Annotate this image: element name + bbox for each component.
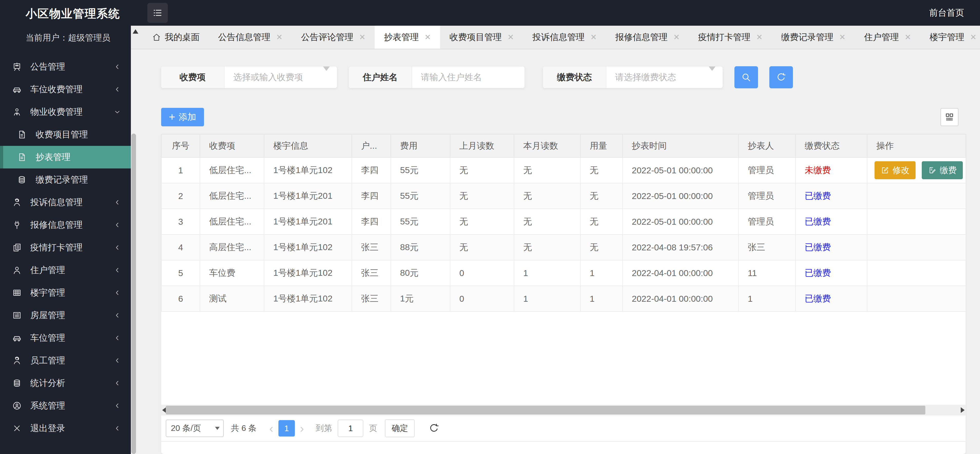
sidebar-item-车位管理[interactable]: 车位管理 [0,327,131,349]
tab-close-icon[interactable]: ✕ [359,33,366,41]
sidebar-item-公告管理[interactable]: 公告管理 [0,56,131,78]
edit-row-button[interactable]: 修改 [875,161,916,179]
tab-close-icon[interactable]: ✕ [590,33,597,41]
column-settings-button[interactable] [940,108,958,126]
columns-grid-icon [944,112,955,122]
sidebar-item-房屋管理[interactable]: 房屋管理 [0,304,131,327]
sidebar-item-报修信息管理[interactable]: 报修信息管理 [0,213,131,236]
horizontal-scrollbar[interactable] [161,405,966,416]
pay-row-button[interactable]: 缴费 [922,161,963,179]
copy-icon [12,243,22,252]
tab-我的桌面[interactable]: 我的桌面 [143,25,209,49]
sidebar-item-label: 投诉信息管理 [30,196,83,208]
sidebar-item-楼宇管理[interactable]: 楼宇管理 [0,282,131,304]
table-cell: 无 [514,183,581,209]
table-cell: 0 [450,260,514,286]
home-icon [152,33,161,42]
scroll-left-arrow-icon[interactable] [162,407,166,413]
tab-住户管理[interactable]: 住户管理✕ [855,25,920,49]
page-size-value: 20 条/页 [171,423,201,434]
prev-page-button[interactable]: ‹ [269,421,273,435]
tab-close-icon[interactable]: ✕ [276,33,283,41]
sidebar-item-住户管理[interactable]: 住户管理 [0,259,131,282]
sidebar-item-收费项目管理[interactable]: 收费项目管理 [0,123,131,146]
table-cell: 无 [450,234,514,260]
sidebar-item-label: 抄表管理 [36,151,70,163]
plus-icon: + [169,112,175,123]
table-cell: 无 [581,234,622,260]
table-cell: 低层住宅... [200,209,264,234]
table-cell: 张三 [352,234,391,260]
sidebar-item-车位收费管理[interactable]: 车位收费管理 [0,78,131,101]
tab-label: 我的桌面 [165,31,200,43]
chevron-left-icon [113,86,121,93]
tab-公告信息管理[interactable]: 公告信息管理✕ [209,25,292,49]
sidebar-toggle-button[interactable] [147,3,168,23]
sidebar-item-抄表管理[interactable]: 抄表管理 [0,146,131,169]
table-cell: 2022-05-01 00:00:00 [622,158,738,183]
table-refresh-button[interactable] [428,422,440,434]
add-button[interactable]: + 添加 [161,108,204,126]
sidebar-item-疫情打卡管理[interactable]: 疫情打卡管理 [0,236,131,259]
sidebar-item-物业收费管理[interactable]: 物业收费管理 [0,101,131,123]
table-cell: 1 [738,286,795,312]
refresh-button[interactable] [769,66,793,88]
tab-缴费记录管理[interactable]: 缴费记录管理✕ [772,25,855,49]
pay-status-placeholder: 请选择缴费状态 [606,67,676,88]
sidebar-item-label: 系统管理 [30,400,65,412]
person-tie-icon [12,107,22,117]
tab-label: 收费项目管理 [449,31,502,43]
sidebar-item-投诉信息管理[interactable]: 投诉信息管理 [0,191,131,213]
column-header: 费用 [391,134,450,158]
goto-page-input[interactable]: 1 [338,420,363,437]
tab-公告评论管理[interactable]: 公告评论管理✕ [292,25,375,49]
sidebar-scrollbar-thumb[interactable] [131,134,136,454]
current-page-button[interactable]: 1 [278,420,295,436]
tab-bar: 我的桌面公告信息管理✕公告评论管理✕抄表管理✕收费项目管理✕投诉信息管理✕报修信… [131,25,980,49]
tab-收费项目管理[interactable]: 收费项目管理✕ [440,25,523,49]
tab-投诉信息管理[interactable]: 投诉信息管理✕ [523,25,606,49]
user-circle-icon [12,401,22,411]
sidebar-item-统计分析[interactable]: 统计分析 [0,372,131,394]
front-home-link[interactable]: 前台首页 [929,7,964,19]
page-size-select[interactable]: 20 条/页 [166,420,224,437]
logout-x-icon [12,424,22,433]
table-cell: 低层住宅... [200,158,264,183]
content-area: 收费项 选择或输入收费项 住户姓名 请输入住户姓名 缴费状态 请选择缴费状态 [131,49,980,454]
actions-cell [867,183,966,209]
fee-item-select[interactable]: 收费项 选择或输入收费项 [161,67,337,88]
tab-close-icon[interactable]: ✕ [508,33,514,41]
scroll-up-arrow-icon[interactable] [133,29,138,33]
sidebar-item-员工管理[interactable]: 员工管理 [0,349,131,372]
sidebar-item-系统管理[interactable]: 系统管理 [0,394,131,417]
tab-close-icon[interactable]: ✕ [425,33,431,41]
pay-icon [928,166,937,175]
search-button[interactable] [734,66,758,88]
scroll-right-arrow-icon[interactable] [961,407,965,413]
resident-name-input[interactable]: 住户姓名 请输入住户姓名 [349,67,525,88]
next-page-button[interactable]: › [300,421,304,435]
horizontal-scrollbar-thumb[interactable] [166,406,925,414]
tab-楼宇管理[interactable]: 楼宇管理✕ [920,25,980,49]
tab-close-icon[interactable]: ✕ [756,33,763,41]
table-cell: 2022-04-01 00:00:00 [622,260,738,286]
tab-疫情打卡管理[interactable]: 疫情打卡管理✕ [689,25,772,49]
tab-close-icon[interactable]: ✕ [970,33,977,41]
sidebar-item-缴费记录管理[interactable]: 缴费记录管理 [0,169,131,191]
tab-close-icon[interactable]: ✕ [905,33,911,41]
table-cell: 李四 [352,183,391,209]
sidebar-item-label: 缴费记录管理 [36,174,88,186]
chevron-left-icon [113,334,121,342]
pay-status-select[interactable]: 缴费状态 请选择缴费状态 [543,67,722,88]
tab-close-icon[interactable]: ✕ [839,33,846,41]
tab-抄表管理[interactable]: 抄表管理✕ [375,25,440,49]
chevron-down-icon [113,108,121,116]
chevron-left-icon [113,244,121,252]
sidebar-item-退出登录[interactable]: 退出登录 [0,417,131,440]
tab-close-icon[interactable]: ✕ [673,33,680,41]
table-cell: 1号楼1单元201 [264,209,352,234]
tab-报修信息管理[interactable]: 报修信息管理✕ [606,25,689,49]
column-header: 操作 [867,134,966,158]
goto-confirm-button[interactable]: 确定 [385,419,415,437]
table-cell: 1号楼1单元102 [264,158,352,183]
